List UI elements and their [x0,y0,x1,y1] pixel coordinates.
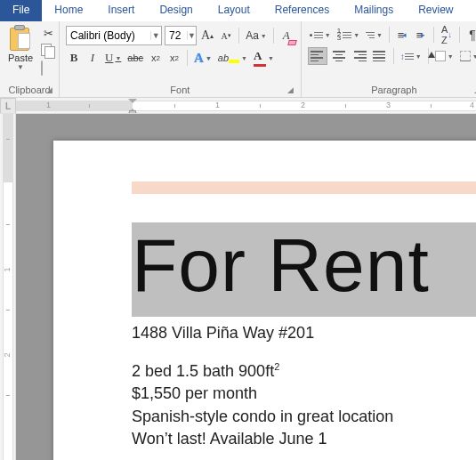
clear-formatting-button[interactable]: A [278,27,294,44]
tab-references[interactable]: References [262,0,342,21]
separator [238,28,239,44]
tab-insert[interactable]: Insert [95,0,147,21]
superscript-button[interactable]: x2 [166,49,182,67]
italic-button[interactable]: I [85,49,101,67]
page[interactable]: For Rent 1488 Villa Piña Way #201 2 bed … [53,141,476,460]
group-font: ▼ ▼ A▴ A▾ Aa▼ A B I U▼ abc x2 x2 [60,21,302,97]
heading-text[interactable]: For Rent [132,228,476,303]
chevron-down-icon[interactable]: ▼ [150,31,161,40]
grow-font-button[interactable]: A▴ [199,27,215,44]
separator [393,48,394,64]
workspace: L 1 1 2 3 4 1 2 [0,98,476,460]
show-hide-button[interactable]: ¶ [464,26,476,44]
line-price[interactable]: $1,550 per month [132,383,476,405]
cut-button[interactable]: ✂ [41,26,55,40]
font-size-input[interactable] [165,29,187,42]
group-clipboard: Paste ▼ ✂ Clipboard◢ [0,21,60,97]
border-icon [460,51,471,61]
tab-file[interactable]: File [0,0,42,21]
bullets-button[interactable]: ▼ [308,26,333,44]
shading-button[interactable]: ▼ [433,47,456,65]
line-address[interactable]: 1488 Villa Piña Way #201 [132,322,476,344]
menu-tabs: File Home Insert Design Layout Reference… [0,0,476,21]
ruler-number: 1 [46,101,51,109]
ruler-number: 1 [215,101,220,109]
copy-icon [41,44,55,58]
dialog-launcher-icon[interactable]: ◢ [472,85,476,94]
borders-button[interactable]: ▼ [458,47,476,65]
strikethrough-button[interactable]: abc [125,49,145,67]
group-label-paragraph: Paragraph◢ [305,83,476,95]
shrink-font-button[interactable]: A▾ [218,27,234,44]
heading-selection[interactable]: For Rent [132,222,476,317]
highlight-button[interactable]: ab▼ [216,49,249,67]
chevron-down-icon[interactable]: ▼ [187,31,196,40]
group-label-clipboard: Clipboard◢ [4,83,55,95]
chevron-down-icon[interactable]: ▼ [17,63,24,71]
font-name-input[interactable] [67,29,150,42]
tab-review[interactable]: Review [406,0,465,21]
justify-button[interactable] [371,47,389,65]
font-name-combo[interactable]: ▼ [66,26,162,45]
separator [273,28,274,44]
align-center-button[interactable] [330,47,348,65]
paste-button[interactable]: Paste ▼ [4,23,37,78]
font-size-combo[interactable]: ▼ [165,26,197,45]
underline-button[interactable]: U▼ [103,49,123,67]
tab-home[interactable]: Home [42,0,95,21]
font-color-button[interactable]: A▼ [252,49,276,67]
dialog-launcher-icon[interactable]: ◢ [286,85,295,94]
tab-selector[interactable]: L [0,98,16,114]
clipboard-icon [9,25,32,52]
bold-button[interactable]: B [66,49,82,67]
horizontal-ruler[interactable]: L 1 1 2 3 4 [0,98,476,114]
multilevel-list-button[interactable]: ▼ [364,26,384,44]
first-line-indent-icon[interactable] [128,99,137,103]
document-canvas[interactable]: For Rent 1488 Villa Piña Way #201 2 bed … [16,114,476,460]
tab-design[interactable]: Design [147,0,205,21]
separator [433,27,434,43]
subscript-button[interactable]: x2 [148,49,164,67]
line-desc[interactable]: Spanish-style condo in great location [132,406,476,428]
separator [459,27,460,43]
line-spacing-button[interactable]: ↕▼ [399,47,424,65]
align-right-button[interactable] [351,47,368,65]
line-spec[interactable]: 2 bed 1.5 bath 900ft2 [132,360,476,383]
separator [187,50,188,66]
body-text[interactable]: 1488 Villa Piña Way #201 2 bed 1.5 bath … [132,322,476,450]
ribbon: Paste ▼ ✂ Clipboard◢ ▼ ▼ A▴ [0,21,476,98]
ruler-number: 2 [3,352,12,357]
vertical-ruler[interactable]: 1 2 [0,114,16,460]
sort-button[interactable]: AZ↓ [439,26,455,44]
ruler-number: 4 [470,101,474,109]
change-case-button[interactable]: Aa▼ [244,27,269,44]
dialog-launcher-icon[interactable]: ◢ [44,85,53,94]
separator [389,27,390,43]
paint-bucket-icon [428,52,435,58]
copy-button[interactable] [41,44,55,58]
group-label-font: Font◢ [63,83,297,95]
paintbrush-icon [41,61,55,76]
align-left-button[interactable] [308,47,327,65]
text-effects-button[interactable]: A▼ [192,49,214,67]
line-avail[interactable]: Won’t last! Available June 1 [132,428,476,450]
eraser-icon [287,40,297,45]
format-painter-button[interactable] [41,61,55,76]
tab-mailings[interactable]: Mailings [342,0,406,21]
numbering-button[interactable]: 123▼ [335,26,361,44]
accent-bar [132,182,476,194]
increase-indent-button[interactable]: ≡▸ [413,26,429,44]
group-paragraph: ▼ 123▼ ▼ ≡◂ ≡▸ AZ↓ ¶ ↕▼ ▼ ▼ [302,21,476,97]
tab-layout[interactable]: Layout [206,0,262,21]
decrease-indent-button[interactable]: ≡◂ [394,26,410,44]
ruler-number: 1 [3,267,12,271]
paste-label: Paste [8,52,33,63]
ruler-number: 3 [386,101,391,109]
ruler-number: 2 [301,101,305,109]
